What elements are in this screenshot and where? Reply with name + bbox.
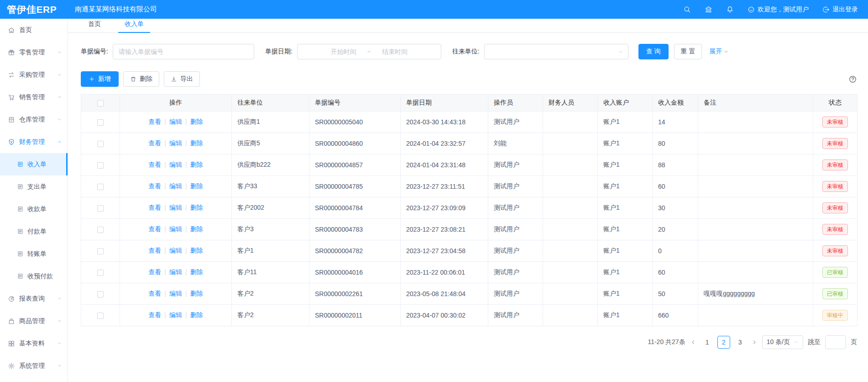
app-logo: 管伊佳ERP <box>0 3 68 16</box>
row-checkbox[interactable] <box>97 270 104 276</box>
delete-link[interactable]: 删除 <box>190 268 203 276</box>
purchase-icon <box>8 71 15 79</box>
tab-home[interactable]: 首页 <box>82 20 107 32</box>
delete-link[interactable]: 删除 <box>190 225 203 233</box>
delete-link[interactable]: 删除 <box>190 161 203 168</box>
row-checkbox[interactable] <box>97 205 104 212</box>
view-link[interactable]: 查看 <box>148 118 161 125</box>
row-checkbox[interactable] <box>97 227 104 233</box>
edit-link[interactable]: 编辑 <box>169 161 182 168</box>
row-actions: 查看|编辑|删除 <box>120 262 232 283</box>
sidebar-item-income-bill[interactable]: 收入单 <box>0 153 68 175</box>
sidebar-item-goods[interactable]: 商品管理 <box>0 310 68 332</box>
view-link[interactable]: 查看 <box>148 161 161 168</box>
sidebar-item-transfer-bill[interactable]: 转账单 <box>0 243 68 265</box>
cell-remark <box>698 240 813 262</box>
action-separator: | <box>185 247 187 254</box>
date-start-input[interactable] <box>323 48 365 55</box>
cell-bill-no: SR00000004784 <box>309 197 401 219</box>
sidebar-item-retail[interactable]: 零售管理 <box>0 41 68 64</box>
chevron-right-icon[interactable] <box>751 339 758 345</box>
sidebar-item-system[interactable]: 系统管理 <box>0 355 68 377</box>
chevron-down-icon <box>617 49 623 55</box>
delete-link[interactable]: 删除 <box>190 204 203 211</box>
view-link[interactable]: 查看 <box>148 182 161 190</box>
question-circle-icon[interactable] <box>848 75 857 84</box>
chevron-left-icon[interactable] <box>690 339 696 345</box>
page-size-select[interactable]: 10 条/页 <box>762 335 803 349</box>
logout-button[interactable]: 退出登录 <box>822 5 858 14</box>
search-button[interactable]: 查 询 <box>638 44 669 59</box>
row-checkbox[interactable] <box>97 119 104 126</box>
sidebar-item-purchase[interactable]: 采购管理 <box>0 64 68 86</box>
table-row: 查看|编辑|删除客户2SR000000020112023-04-07 00:30… <box>81 305 858 326</box>
delete-link[interactable]: 删除 <box>190 311 203 318</box>
expand-link[interactable]: 展开 <box>709 48 729 56</box>
page-button-3[interactable]: 3 <box>734 336 747 349</box>
row-checkbox[interactable] <box>97 248 104 255</box>
row-checkbox[interactable] <box>97 313 104 319</box>
delete-link[interactable]: 删除 <box>190 139 203 147</box>
action-separator: | <box>164 118 166 125</box>
edit-link[interactable]: 编辑 <box>169 225 182 233</box>
user-menu[interactable]: 欢迎您，测试用户 <box>748 5 809 14</box>
sidebar-item-home[interactable]: 首页 <box>0 19 68 41</box>
edit-link[interactable]: 编辑 <box>169 247 182 254</box>
row-checkbox[interactable] <box>97 184 104 190</box>
search-icon[interactable] <box>683 5 691 13</box>
view-link[interactable]: 查看 <box>148 311 161 318</box>
edit-link[interactable]: 编辑 <box>169 182 182 190</box>
sidebar-item-reports[interactable]: 报表查询 <box>0 287 68 310</box>
sidebar-item-payment-bill[interactable]: 付款单 <box>0 220 68 243</box>
delete-link[interactable]: 删除 <box>190 118 203 125</box>
action-separator: | <box>164 247 166 254</box>
export-button[interactable]: 导出 <box>164 71 200 87</box>
tab-income-bill[interactable]: 收入单 <box>118 20 150 32</box>
jump-page-input[interactable] <box>825 335 846 349</box>
date-end-input[interactable] <box>374 48 416 55</box>
row-checkbox[interactable] <box>97 291 104 297</box>
bell-icon[interactable] <box>726 5 734 13</box>
chevron-up-icon <box>57 139 62 144</box>
date-range-picker[interactable]: ~ <box>297 44 441 59</box>
edit-link[interactable]: 编辑 <box>169 311 182 318</box>
partner-select[interactable] <box>484 44 628 59</box>
reset-button[interactable]: 重 置 <box>674 44 702 59</box>
row-checkbox[interactable] <box>97 162 104 169</box>
page-button-2[interactable]: 2 <box>717 336 730 349</box>
edit-link[interactable]: 编辑 <box>169 204 182 211</box>
row-actions: 查看|编辑|删除 <box>120 133 232 154</box>
view-link[interactable]: 查看 <box>148 247 161 254</box>
edit-link[interactable]: 编辑 <box>169 268 182 276</box>
delete-link[interactable]: 删除 <box>190 290 203 297</box>
page-button-1[interactable]: 1 <box>701 336 714 349</box>
view-link[interactable]: 查看 <box>148 139 161 147</box>
sidebar-item-finance[interactable]: 财务管理 <box>0 131 68 153</box>
page-unit: 页 <box>851 338 857 346</box>
bill-no-input[interactable] <box>113 44 254 59</box>
bank-icon[interactable] <box>705 5 712 13</box>
delete-link[interactable]: 删除 <box>190 182 203 190</box>
view-link[interactable]: 查看 <box>148 204 161 211</box>
edit-link[interactable]: 编辑 <box>169 139 182 147</box>
delete-link[interactable]: 删除 <box>190 247 203 254</box>
sidebar-item-advance-receipt[interactable]: 收预付款 <box>0 265 68 287</box>
edit-link[interactable]: 编辑 <box>169 290 182 297</box>
delete-button[interactable]: 删除 <box>123 71 159 87</box>
cell-finance-staff <box>543 133 598 154</box>
sidebar-item-receipt-bill[interactable]: 收款单 <box>0 198 68 220</box>
select-all-checkbox[interactable] <box>97 100 104 106</box>
add-button[interactable]: 新增 <box>81 71 119 87</box>
cell-account: 账户1 <box>598 197 653 219</box>
view-link[interactable]: 查看 <box>148 268 161 276</box>
sidebar-item-basic-data[interactable]: 基本资料 <box>0 332 68 355</box>
sidebar-item-warehouse[interactable]: 仓库管理 <box>0 108 68 131</box>
cell-amount: 14 <box>653 111 698 133</box>
sidebar-item-sales[interactable]: 销售管理 <box>0 86 68 108</box>
sidebar-item-expense-bill[interactable]: 支出单 <box>0 175 68 198</box>
view-link[interactable]: 查看 <box>148 225 161 233</box>
view-link[interactable]: 查看 <box>148 290 161 297</box>
row-checkbox[interactable] <box>97 141 104 147</box>
edit-link[interactable]: 编辑 <box>169 118 182 125</box>
table-row: 查看|编辑|删除客户2002SR000000047842023-12-27 23… <box>81 197 858 219</box>
